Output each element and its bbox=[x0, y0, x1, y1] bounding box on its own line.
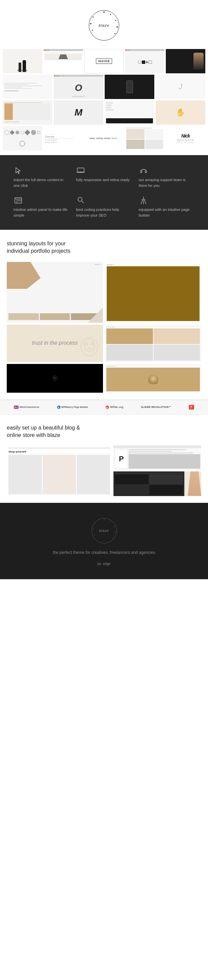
screenshot-item: J bbox=[156, 75, 205, 99]
screenshot-item: —— —— Diversity Do the wisdom? Do the wi… bbox=[44, 126, 83, 150]
screenshot-item bbox=[125, 49, 164, 73]
blog-title: easily set up a beautiful blog & online … bbox=[7, 424, 91, 439]
svg-point-38 bbox=[113, 537, 113, 538]
screenshot-item: ✋ bbox=[156, 100, 205, 125]
screenshot-item bbox=[3, 126, 42, 150]
svg-rect-14 bbox=[18, 200, 21, 201]
feature-responsive: fully responsive and retina ready bbox=[76, 167, 132, 188]
layout-item-dark-object: design™ bbox=[105, 262, 201, 323]
screenshot-item: Nick DESIGNIG Diversity · Overall · crea… bbox=[166, 126, 205, 150]
screenshot-item: M bbox=[54, 100, 103, 125]
panel-icon bbox=[14, 197, 23, 204]
svg-point-39 bbox=[94, 534, 95, 535]
svg-text:Woo: Woo bbox=[14, 407, 17, 408]
laptop-icon bbox=[76, 167, 86, 174]
feature-admin-text: intuitive admin panel to make life simpl… bbox=[14, 207, 69, 218]
layout-item-peel: design™ bbox=[7, 262, 103, 323]
footer-brand: edge bbox=[103, 562, 110, 566]
screenshot-item bbox=[166, 49, 205, 73]
svg-point-24 bbox=[86, 343, 88, 345]
feature-responsive-text: fully responsive and retina ready bbox=[76, 177, 132, 183]
feature-builder-text: equipped with an intuitive page builder bbox=[139, 207, 194, 218]
plugins-bar: Woo WooCommerce B WPBakery Page Builder … bbox=[0, 400, 208, 415]
svg-point-41 bbox=[95, 523, 95, 524]
svg-point-0 bbox=[103, 11, 105, 13]
layout-item-portfolio-design: portfolio design™ bbox=[105, 364, 201, 393]
feature-support-text: our amazing support team is there for yo… bbox=[139, 177, 194, 188]
feature-builder: equipped with an intuitive page builder bbox=[139, 197, 194, 218]
logo-circle: blaze bbox=[89, 10, 119, 41]
plugin-slider: SLIDER REVOLUTION™ bbox=[141, 406, 171, 408]
svg-line-19 bbox=[141, 201, 142, 204]
search-icon bbox=[76, 197, 86, 204]
builder-icon bbox=[139, 197, 148, 204]
layouts-section: stunning layouts for your individual por… bbox=[0, 230, 208, 399]
svg-text:B: B bbox=[58, 406, 59, 409]
layouts-grid: design™ design™ trust in the process bbox=[7, 262, 201, 393]
plugin-seven: 7 bbox=[189, 405, 194, 410]
footer-section: blaze the perfect theme for creatives, f… bbox=[0, 503, 208, 579]
svg-rect-9 bbox=[140, 171, 142, 173]
svg-line-20 bbox=[145, 201, 146, 204]
footer-logo-circle: blaze bbox=[92, 518, 117, 543]
screenshot-item: INSIDE bbox=[84, 49, 124, 73]
svg-rect-18 bbox=[142, 199, 145, 201]
layout-item-portfolio-r: portfolio page™ bbox=[105, 325, 201, 362]
blog-p-screenshot: P bbox=[113, 445, 201, 470]
screenshot-item bbox=[105, 75, 154, 99]
screenshot-item bbox=[44, 49, 83, 73]
layout-item-trust: trust in the process bbox=[7, 325, 103, 362]
feature-support: our amazing support team is there for yo… bbox=[139, 167, 194, 188]
features-grid: import the full demo content in one clic… bbox=[14, 167, 194, 218]
blog-shop-screenshot: shop yourself bbox=[7, 445, 112, 496]
svg-point-37 bbox=[114, 531, 116, 533]
logo-section: blaze bbox=[0, 0, 208, 47]
screenshot-item: O portfolio design™ bbox=[54, 75, 103, 99]
feature-seo: best coding practices help improve your … bbox=[76, 197, 132, 218]
svg-point-34 bbox=[104, 519, 105, 520]
feature-import-text: import the full demo content in one clic… bbox=[14, 177, 69, 188]
svg-rect-10 bbox=[145, 171, 146, 173]
screenshot-item: Diversity bbox=[3, 49, 42, 73]
screenshot-grid: Diversity INSIDE bbox=[0, 47, 208, 155]
svg-point-2 bbox=[115, 20, 116, 21]
svg-text:W: W bbox=[106, 407, 108, 409]
svg-line-16 bbox=[82, 201, 84, 203]
svg-point-6 bbox=[90, 23, 92, 24]
svg-point-1 bbox=[110, 14, 111, 15]
svg-point-35 bbox=[110, 521, 110, 522]
screenshot-item bbox=[3, 75, 52, 99]
svg-point-3 bbox=[116, 26, 118, 28]
svg-point-4 bbox=[114, 33, 116, 34]
plugin-wpml: W WPML.org bbox=[106, 406, 124, 409]
svg-point-23 bbox=[84, 339, 95, 351]
plugin-wpbakery: B WPBakery Page Builder bbox=[57, 406, 88, 409]
svg-point-22 bbox=[81, 337, 98, 356]
screenshot-item: welcome to my portfolio... bbox=[3, 100, 52, 125]
footer-by: by edge bbox=[98, 562, 111, 566]
layout-item-video bbox=[7, 364, 103, 393]
screenshot-item bbox=[125, 126, 164, 150]
plugin-woocommerce: Woo WooCommerce bbox=[14, 406, 40, 409]
svg-point-40 bbox=[92, 528, 94, 530]
footer-tagline: the perfect theme for creatives, freelan… bbox=[53, 549, 155, 556]
headset-icon bbox=[139, 167, 148, 174]
svg-rect-8 bbox=[77, 168, 84, 172]
feature-import: import the full demo content in one clic… bbox=[14, 167, 69, 188]
cursor-icon bbox=[14, 167, 23, 174]
layouts-title: stunning layouts for your individual por… bbox=[7, 240, 81, 255]
svg-point-5 bbox=[92, 30, 93, 31]
svg-point-36 bbox=[113, 526, 114, 527]
svg-text:7: 7 bbox=[190, 406, 192, 409]
blog-screenshots: shop yourself bbox=[7, 445, 201, 496]
screenshot-item: branding catalog design illustration bbox=[105, 100, 154, 125]
feature-admin: intuitive admin panel to make life simpl… bbox=[14, 197, 69, 218]
features-section: import the full demo content in one clic… bbox=[0, 155, 208, 230]
blog-hand-screenshot bbox=[113, 471, 201, 496]
svg-point-25 bbox=[91, 343, 93, 345]
screenshot-item: nding catalog design illustr... bbox=[84, 126, 124, 150]
svg-point-7 bbox=[92, 17, 94, 18]
blog-section: easily set up a beautiful blog & online … bbox=[0, 415, 208, 503]
svg-point-15 bbox=[78, 197, 82, 201]
feature-seo-text: best coding practices help improve your … bbox=[76, 207, 132, 218]
